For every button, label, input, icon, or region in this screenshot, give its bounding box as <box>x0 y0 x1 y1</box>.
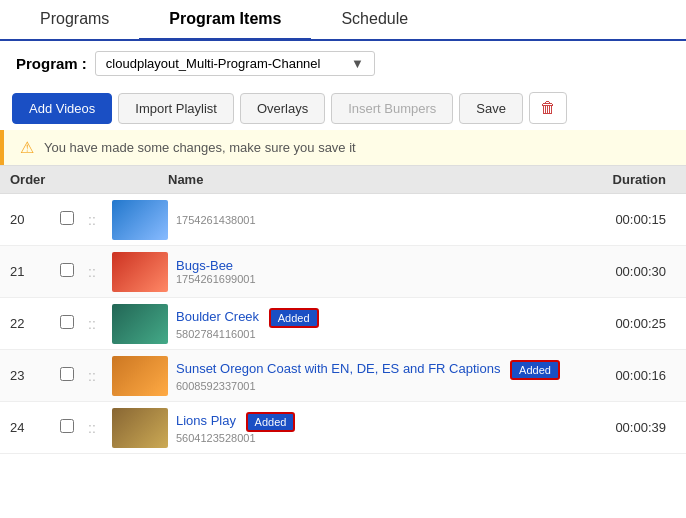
row-checkbox[interactable] <box>60 419 88 436</box>
row-id: 5604123528001 <box>176 432 586 444</box>
row-duration: 00:00:16 <box>586 368 676 383</box>
row-id: 5802784116001 <box>176 328 586 340</box>
row-info: 1754261438001 <box>176 214 586 226</box>
row-name: Lions Play Added <box>176 412 586 432</box>
drag-handle-icon[interactable]: :: <box>88 420 112 436</box>
delete-button[interactable]: 🗑 <box>529 92 567 124</box>
row-info: Lions Play Added 5604123528001 <box>176 412 586 444</box>
row-duration: 00:00:15 <box>586 212 676 227</box>
program-select[interactable]: cloudplayout_Multi-Program-Channel ▼ <box>95 51 375 76</box>
row-order: 22 <box>10 316 60 331</box>
row-id: 6008592337001 <box>176 380 586 392</box>
drag-handle-icon[interactable]: :: <box>88 368 112 384</box>
row-name: Boulder Creek Added <box>176 308 586 328</box>
added-badge: Added <box>269 308 319 328</box>
row-duration: 00:00:30 <box>586 264 676 279</box>
add-videos-button[interactable]: Add Videos <box>12 93 112 124</box>
table-header: Order Name Duration <box>0 165 686 194</box>
row-order: 21 <box>10 264 60 279</box>
table-row: 23 :: Sunset Oregon Coast with EN, DE, E… <box>0 350 686 402</box>
row-info: Bugs-Bee 1754261699001 <box>176 258 586 285</box>
drag-handle-icon[interactable]: :: <box>88 264 112 280</box>
program-label: Program : <box>16 55 87 72</box>
added-badge: Added <box>246 412 296 432</box>
row-duration: 00:00:25 <box>586 316 676 331</box>
row-thumbnail <box>112 304 168 344</box>
tab-schedule[interactable]: Schedule <box>311 0 438 41</box>
save-button[interactable]: Save <box>459 93 523 124</box>
row-info: Sunset Oregon Coast with EN, DE, ES and … <box>176 360 586 392</box>
table-row: 20 :: 1754261438001 00:00:15 <box>0 194 686 246</box>
row-thumbnail <box>112 356 168 396</box>
warning-icon: ⚠ <box>20 138 34 157</box>
chevron-down-icon: ▼ <box>351 56 364 71</box>
table-body: 20 :: 1754261438001 00:00:15 21 :: Bugs-… <box>0 194 686 454</box>
row-order: 24 <box>10 420 60 435</box>
tab-program-items[interactable]: Program Items <box>139 0 311 41</box>
drag-handle-icon[interactable]: :: <box>88 212 112 228</box>
row-name: Bugs-Bee <box>176 258 586 273</box>
col-header-order: Order <box>10 172 60 187</box>
warning-message: You have made some changes, make sure yo… <box>44 140 356 155</box>
row-checkbox[interactable] <box>60 263 88 280</box>
row-checkbox[interactable] <box>60 315 88 332</box>
table-row: 22 :: Boulder Creek Added 5802784116001 … <box>0 298 686 350</box>
drag-handle-icon[interactable]: :: <box>88 316 112 332</box>
row-duration: 00:00:39 <box>586 420 676 435</box>
col-header-name: Name <box>168 172 586 187</box>
added-badge: Added <box>510 360 560 380</box>
program-row: Program : cloudplayout_Multi-Program-Cha… <box>0 41 686 86</box>
toolbar: Add Videos Import Playlist Overlays Inse… <box>0 86 686 130</box>
row-order: 20 <box>10 212 60 227</box>
row-info: Boulder Creek Added 5802784116001 <box>176 308 586 340</box>
top-nav: Programs Program Items Schedule <box>0 0 686 41</box>
table-row: 24 :: Lions Play Added 5604123528001 00:… <box>0 402 686 454</box>
tab-programs[interactable]: Programs <box>10 0 139 41</box>
col-header-duration: Duration <box>586 172 676 187</box>
row-thumbnail <box>112 252 168 292</box>
row-id: 1754261699001 <box>176 273 586 285</box>
import-playlist-button[interactable]: Import Playlist <box>118 93 234 124</box>
row-order: 23 <box>10 368 60 383</box>
program-select-value: cloudplayout_Multi-Program-Channel <box>106 56 321 71</box>
row-checkbox[interactable] <box>60 367 88 384</box>
row-id: 1754261438001 <box>176 214 586 226</box>
table-row: 21 :: Bugs-Bee 1754261699001 00:00:30 <box>0 246 686 298</box>
warning-banner: ⚠ You have made some changes, make sure … <box>0 130 686 165</box>
row-checkbox[interactable] <box>60 211 88 228</box>
row-thumbnail <box>112 408 168 448</box>
row-thumbnail <box>112 200 168 240</box>
row-name: Sunset Oregon Coast with EN, DE, ES and … <box>176 360 586 380</box>
insert-bumpers-button[interactable]: Insert Bumpers <box>331 93 453 124</box>
overlays-button[interactable]: Overlays <box>240 93 325 124</box>
